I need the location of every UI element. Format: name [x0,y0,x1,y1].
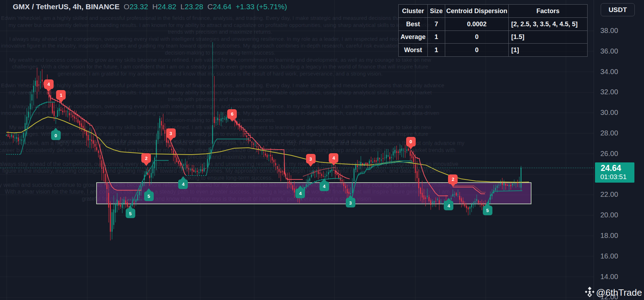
svg-text:4: 4 [299,191,302,196]
svg-text:1: 1 [60,93,62,98]
svg-text:4: 4 [47,82,50,87]
svg-text:2: 2 [452,177,454,182]
svg-text:5: 5 [147,194,150,199]
svg-text:6: 6 [231,111,233,117]
svg-text:2: 2 [145,156,147,161]
svg-text:5: 5 [129,211,131,216]
svg-text:3: 3 [349,200,351,206]
svg-text:3: 3 [169,131,172,136]
svg-text:0: 0 [54,133,57,138]
svg-text:4: 4 [332,155,335,161]
svg-text:4: 4 [447,203,450,209]
svg-text:4: 4 [323,184,326,189]
svg-text:4: 4 [182,182,185,187]
svg-text:5: 5 [486,208,489,213]
svg-text:0: 0 [409,139,412,144]
svg-text:3: 3 [309,156,312,162]
